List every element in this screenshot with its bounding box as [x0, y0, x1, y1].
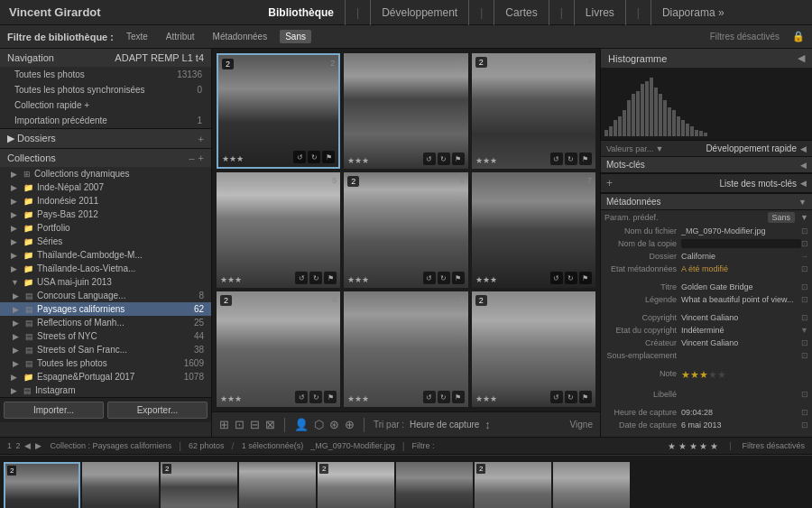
rotate-left-icon-3[interactable]: ↺ [550, 152, 563, 165]
collections-plus-icon[interactable]: + [198, 152, 204, 163]
tab-livres[interactable]: Livres [575, 0, 626, 25]
param-predef-chevron[interactable]: ▼ [800, 213, 808, 222]
tree-thailande-laos[interactable]: ▶ 📁 Thaïlande-Laos-Vietna... [0, 262, 211, 275]
tab-cartes[interactable]: Cartes [494, 0, 549, 25]
flag-icon-8[interactable]: ⚑ [452, 391, 465, 403]
film-thumb-8[interactable]: ★★★ [553, 462, 630, 508]
md-heure-icon[interactable]: ⊡ [801, 408, 808, 417]
tab-diaporama[interactable]: Diaporama » [651, 0, 735, 25]
loupe-view-icon[interactable]: ⊡ [235, 418, 245, 431]
flag-icon-3[interactable]: ⚑ [579, 152, 592, 165]
nav-collection-rapide[interactable]: Collection rapide + [0, 97, 211, 113]
collections-minus-icon[interactable]: – [189, 152, 194, 163]
rotate-left-icon-8[interactable]: ↺ [423, 391, 436, 403]
tree-streets-sf[interactable]: ▶ ▤ Streets of San Franc... 38 [0, 343, 211, 356]
liste-mots-cles-collapse-icon[interactable]: ◀ [800, 179, 807, 188]
md-goto-icon[interactable]: → [800, 252, 808, 261]
tab-bibliotheque[interactable]: Bibliothèque [257, 0, 346, 25]
grid-photo-3[interactable]: 2 4 ★★★ ↺ ↻ ⚑ [472, 53, 595, 169]
survey-view-icon[interactable]: ⊠ [265, 418, 275, 431]
export-button[interactable]: Exporter... [107, 402, 208, 419]
tree-reflections-manh[interactable]: ▶ ▤ Reflections of Manh... 25 [0, 316, 211, 329]
filter-icon[interactable]: ⊕ [345, 418, 355, 431]
mots-cles-collapse-icon[interactable]: ◀ [800, 161, 807, 170]
tree-indonesie[interactable]: ▶ 📁 Indonésie 2011 [0, 194, 211, 208]
tree-thailande-cambodge[interactable]: ▶ 📁 Thaïlande-Cambodge-M... [0, 248, 211, 262]
tree-concours-language[interactable]: ▶ ▤ Concours Language... 8 [0, 289, 211, 302]
tab-developpement[interactable]: Développement [371, 0, 469, 25]
rotate-right-icon-5[interactable]: ↻ [438, 272, 450, 284]
film-thumb-2[interactable]: ★★★ ↺⚑ [82, 462, 159, 508]
grid-photo-7[interactable]: 2 8 ★★★ ↺ ↻ ⚑ [217, 291, 340, 407]
filter-lock-icon[interactable]: 🔒 [792, 31, 805, 42]
mots-cles-header[interactable]: Mots-clés ◀ [601, 157, 812, 173]
param-predef-value[interactable]: Sans [768, 212, 796, 223]
film-thumb-7[interactable]: 2 ★★★ [475, 462, 551, 508]
sort-direction-icon[interactable]: ↕ [484, 418, 491, 431]
tree-series[interactable]: ▶ 📁 Séries [0, 235, 211, 248]
md-legende-icon[interactable]: ⊡ [801, 295, 808, 304]
md-copy-icon[interactable]: ⊡ [801, 226, 808, 236]
tree-paysages-californiens[interactable]: ▶ ▤ Paysages californiens 62 [0, 302, 211, 316]
grid-photo-1[interactable]: 2 ★★★ ↺ ↻ ⚑ 2 [217, 53, 340, 169]
grid-view-icon[interactable]: ⊞ [219, 418, 229, 431]
filter-attribut[interactable]: Attribut [161, 30, 200, 43]
film-thumb-3[interactable]: 2 ★★★ [161, 462, 237, 508]
md-libelle-icon[interactable]: ⊡ [801, 390, 808, 399]
filmstrip-nav-prev[interactable]: ◀ [24, 441, 31, 450]
filter-sans[interactable]: Sans [280, 30, 311, 43]
add-mots-cles-icon[interactable]: + [606, 177, 613, 189]
md-copy-icon-2[interactable]: ⊡ [801, 239, 808, 248]
nav-photos-sync[interactable]: Toutes les photos synchronisées 0 [0, 82, 211, 97]
md-createur-icon[interactable]: ⊡ [801, 338, 808, 347]
rotate-left-icon-4[interactable]: ↺ [295, 272, 308, 284]
rotate-right-icon[interactable]: ↻ [308, 151, 320, 163]
sort-value[interactable]: Heure de capture [410, 420, 479, 429]
tree-streets-nyc[interactable]: ▶ ▤ Streets of NYC 44 [0, 329, 211, 343]
navigation-header[interactable]: Navigation ADAPT REMP L1 t4 [0, 49, 211, 67]
film-thumb-6[interactable]: ★★★ [396, 462, 473, 508]
film-thumb-5[interactable]: 2 ★★★ [318, 462, 394, 508]
tree-portfolio[interactable]: ▶ 📁 Portfolio [0, 221, 211, 235]
metadonnees-header[interactable]: Métadonnées ▼ [601, 194, 812, 210]
grid-photo-8[interactable]: 9 ★★★ ↺ ↻ ⚑ [344, 291, 467, 407]
rotate-right-icon-9[interactable]: ↻ [565, 391, 577, 403]
filmstrip-nav-1[interactable]: 1 [7, 441, 12, 450]
grid-photo-4[interactable]: 5 ★★★ ↺ ↻ ⚑ [217, 172, 340, 288]
dossiers-header[interactable]: ▶ Dossiers + [0, 129, 211, 148]
film-thumb-4[interactable]: ★★★ [239, 462, 316, 508]
collections-header[interactable]: Collections – + [0, 149, 211, 167]
dossiers-add-icon[interactable]: + [198, 134, 204, 144]
md-copyright-icon[interactable]: ⊡ [801, 313, 808, 322]
rotate-left-icon-6[interactable]: ↺ [550, 272, 563, 284]
histogram-header[interactable]: Histogramme ◀ [601, 49, 812, 68]
rotate-left-icon-2[interactable]: ↺ [423, 152, 436, 165]
compare-view-icon[interactable]: ⊟ [250, 418, 260, 431]
flag-icon-5[interactable]: ⚑ [452, 272, 465, 284]
md-etat-copyright-icon[interactable]: ▼ [800, 326, 808, 335]
people-icon[interactable]: 👤 [294, 418, 309, 431]
flag-icon[interactable]: ⚑ [322, 151, 335, 163]
spray-icon[interactable]: ⊛ [329, 418, 339, 431]
grid-photo-5[interactable]: 2 6 ★★★ ↺ ↻ ⚑ [344, 172, 467, 288]
status-stars[interactable]: ★ ★ ★ ★ ★ [668, 441, 718, 451]
rotate-left-icon-9[interactable]: ↺ [550, 391, 563, 403]
flag-icon-6[interactable]: ⚑ [579, 272, 592, 284]
filter-texte[interactable]: Texte [121, 30, 153, 43]
rotate-left-icon-7[interactable]: ↺ [295, 391, 308, 403]
md-sous-empl-icon[interactable]: ⊡ [801, 351, 808, 360]
filmstrip-nav-2[interactable]: 2 [16, 441, 21, 450]
tree-usa[interactable]: ▼ 📁 USA mai-juin 2013 [0, 275, 211, 289]
develop-rapide-label[interactable]: Développement rapide ◀ [706, 143, 807, 153]
grid-photo-9[interactable]: 2 ★★★ ↺ ↻ ⚑ [472, 291, 595, 407]
nav-toutes-photos[interactable]: Toutes les photos 13136 [0, 67, 211, 82]
rotate-right-icon-6[interactable]: ↻ [565, 272, 577, 284]
film-thumb-1[interactable]: 2 ★★★ ↺⚑ [4, 462, 80, 508]
map-icon[interactable]: ⬡ [314, 418, 324, 431]
valeurs-par-icon[interactable]: ▼ [655, 144, 663, 153]
grid-photo-6[interactable]: 7 ★★★ ↺ ↻ ⚑ [472, 172, 595, 288]
rotate-right-icon-8[interactable]: ↻ [438, 391, 450, 403]
rotate-right-icon-4[interactable]: ↻ [309, 272, 322, 284]
tree-espagne-portugal[interactable]: ▶ 📁 Espagne&Portugal 2017 1078 [0, 370, 211, 383]
histogram-collapse-icon[interactable]: ◀ [798, 52, 805, 64]
